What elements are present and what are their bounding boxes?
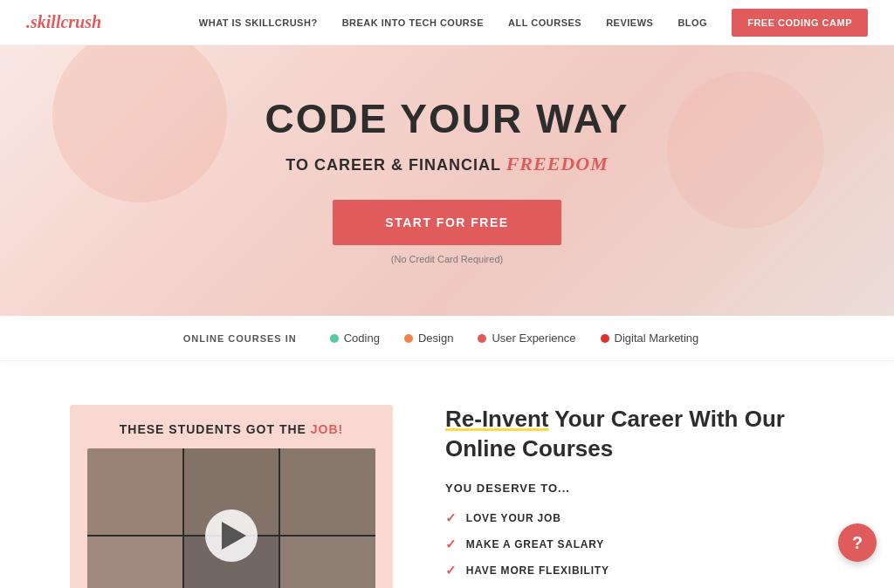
checklist: ✓ LOVE YOUR JOB ✓ MAKE A GREAT SALARY ✓ … — [445, 510, 824, 578]
checklist-label-1: LOVE YOUR JOB — [466, 512, 561, 524]
hero-subtitle-highlight: FREEDOM — [506, 153, 609, 174]
dot-coding — [330, 334, 339, 343]
course-label-ux: User Experience — [492, 332, 575, 345]
course-tag-coding[interactable]: Coding — [330, 332, 380, 345]
checklist-item-1: ✓ LOVE YOUR JOB — [445, 510, 824, 526]
video-block: THESE STUDENTS GOT THE JOB! — [70, 405, 393, 588]
hero-subtitle-prefix: TO CAREER & FINANCIAL — [285, 156, 500, 174]
logo[interactable]: .skillcrush — [26, 12, 101, 32]
help-button[interactable]: ? — [838, 523, 877, 562]
video-player[interactable] — [87, 448, 375, 588]
hero-subtitle: TO CAREER & FINANCIAL FREEDOM — [265, 153, 629, 175]
video-cell-4 — [87, 537, 182, 588]
course-tag-ux[interactable]: User Experience — [478, 332, 575, 345]
free-coding-camp-button[interactable]: FreE CODING CAMP — [732, 9, 868, 37]
course-tag-design[interactable]: Design — [404, 332, 453, 345]
nav-blog[interactable]: BLOG — [677, 17, 707, 28]
nav-reviews[interactable]: REVIEWS — [606, 17, 653, 28]
check-icon-3: ✓ — [445, 563, 457, 578]
main-section: THESE STUDENTS GOT THE JOB! Re-Invent Yo… — [0, 361, 894, 588]
play-triangle-icon — [222, 522, 246, 550]
nav-all-courses[interactable]: ALL COURSES — [508, 17, 581, 28]
checklist-label-2: MAKE A GREAT SALARY — [466, 538, 604, 550]
video-cell-6 — [280, 537, 375, 588]
dot-ux — [478, 334, 486, 343]
reinvent-title: Re-Invent Your Career With Our Online Co… — [445, 405, 824, 464]
video-cell-3 — [280, 448, 375, 535]
checklist-label-3: HAVE MORE FLEXIBILITY — [466, 564, 609, 577]
video-title-highlight: JOB! — [311, 422, 343, 436]
header: .skillcrush WHAT IS SKILLCRUSH? BREAK IN… — [0, 0, 894, 45]
nav-what-is[interactable]: WHAT IS SKILLCRUSH? — [199, 17, 318, 28]
no-credit-note: (No Credit Card Required) — [265, 254, 629, 264]
checklist-item-3: ✓ HAVE MORE FLEXIBILITY — [445, 563, 824, 578]
text-block: Re-Invent Your Career With Our Online Co… — [445, 405, 824, 578]
dot-design — [404, 334, 413, 343]
checklist-item-2: ✓ MAKE A GREAT SALARY — [445, 537, 824, 552]
main-nav: WHAT IS SKILLCRUSH? BREAK INTO TECH COUR… — [199, 9, 868, 37]
hero-title: CODE YOUR WAY — [265, 97, 629, 141]
deserve-label: YOU DESERVE TO... — [445, 482, 824, 495]
course-label-marketing: Digital Marketing — [615, 332, 699, 345]
video-title: THESE STUDENTS GOT THE JOB! — [87, 422, 375, 436]
check-icon-2: ✓ — [445, 537, 457, 552]
reinvent-underline-text: Re-Invent — [445, 406, 548, 432]
course-label-design: Design — [418, 332, 453, 345]
help-icon: ? — [852, 533, 863, 553]
start-for-free-button[interactable]: START FOR FREE — [333, 200, 560, 245]
dot-marketing — [601, 334, 609, 343]
courses-bar: ONLINE COURSES IN Coding Design User Exp… — [0, 316, 894, 361]
video-cell-1 — [87, 448, 182, 535]
course-label-coding: Coding — [344, 332, 380, 345]
video-title-prefix: THESE STUDENTS GOT THE — [120, 422, 306, 436]
check-icon-1: ✓ — [445, 510, 457, 526]
hero-content: CODE YOUR WAY TO CAREER & FINANCIAL FREE… — [265, 97, 629, 265]
hero-section: CODE YOUR WAY TO CAREER & FINANCIAL FREE… — [0, 45, 894, 316]
courses-bar-label: ONLINE COURSES IN — [183, 333, 297, 344]
course-tag-marketing[interactable]: Digital Marketing — [601, 332, 699, 345]
nav-break-into-tech[interactable]: BREAK INTO TECH COURSE — [342, 17, 484, 28]
play-button[interactable] — [205, 509, 258, 562]
